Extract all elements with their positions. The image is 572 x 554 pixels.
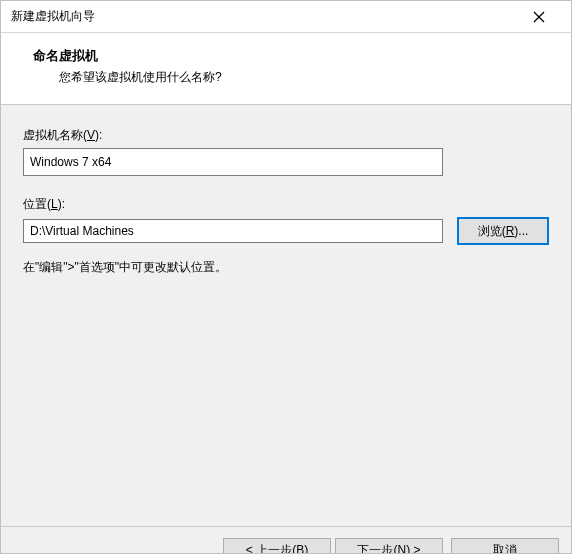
back-button[interactable]: < 上一步(B): [223, 538, 331, 555]
close-icon: [533, 11, 545, 23]
close-button[interactable]: [519, 3, 559, 31]
browse-button[interactable]: 浏览(R)...: [457, 217, 549, 245]
vm-name-input[interactable]: [23, 148, 443, 176]
vm-name-label: 虚拟机名称(V):: [23, 127, 549, 144]
window-title: 新建虚拟机向导: [11, 8, 95, 25]
wizard-header: 命名虚拟机 您希望该虚拟机使用什么名称?: [1, 33, 571, 105]
wizard-content: 虚拟机名称(V): 位置(L): 浏览(R)... 在"编辑">"首选项"中可更…: [1, 105, 571, 526]
page-subtitle: 您希望该虚拟机使用什么名称?: [59, 69, 551, 86]
wizard-footer: < 上一步(B) 下一步(N) > 取消: [1, 526, 571, 554]
location-label: 位置(L):: [23, 196, 549, 213]
hint-text: 在"编辑">"首选项"中可更改默认位置。: [23, 259, 549, 276]
location-input[interactable]: [23, 219, 443, 243]
next-button[interactable]: 下一步(N) >: [335, 538, 443, 555]
titlebar: 新建虚拟机向导: [1, 1, 571, 33]
page-title: 命名虚拟机: [33, 47, 551, 65]
cancel-button[interactable]: 取消: [451, 538, 559, 555]
